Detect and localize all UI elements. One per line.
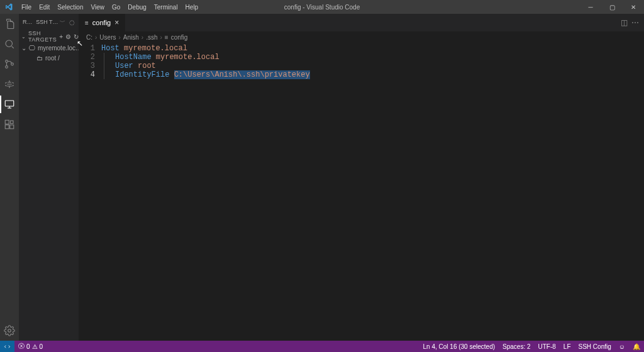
remote-target-dropdown[interactable]: SSH T… ﹀ (36, 18, 65, 26)
window-title: config - Visual Studio Code (284, 4, 360, 11)
monitor-icon: 🖵 (29, 45, 35, 52)
line-number-gutter: 1 2 3 4 (79, 44, 101, 341)
ssh-targets-label: SSH TARGETS (28, 30, 57, 43)
file-icon: ≡ (165, 34, 169, 41)
status-encoding[interactable]: UTF-8 (535, 343, 560, 350)
menu-view[interactable]: View (87, 2, 109, 13)
svg-point-1 (6, 60, 8, 63)
remote-explorer-sidebar: REMOT… SSH T… ﹀ ◌ ⌄ SSH TARGETS + ⚙ ↻ ⌄ … (19, 14, 79, 341)
breadcrumb-segment[interactable]: Anish (123, 34, 139, 41)
breadcrumbs[interactable]: C:› Users› Anish› .ssh› ≡ config (79, 31, 644, 43)
status-bar: ⓧ0 ⚠0 Ln 4, Col 16 (30 selected) Spaces:… (0, 341, 644, 352)
status-problems[interactable]: ⓧ0 ⚠0 (14, 341, 47, 352)
settings-gear-icon[interactable] (0, 321, 19, 341)
breadcrumb-segment[interactable]: C: (86, 34, 92, 41)
status-cursor-position[interactable]: Ln 4, Col 16 (30 selected) (419, 343, 499, 350)
svg-rect-4 (5, 101, 14, 106)
breadcrumb-segment[interactable]: .ssh (146, 34, 157, 41)
debug-icon[interactable] (0, 74, 19, 94)
svg-rect-7 (10, 125, 14, 129)
minimize-button[interactable]: ─ (580, 0, 601, 14)
warning-icon: ⚠ (32, 343, 38, 350)
vscode-logo-icon (4, 2, 14, 12)
sidebar-help-icon[interactable]: ◌ (69, 19, 75, 26)
code-content[interactable]: Host myremote.local HostName myremote.lo… (101, 44, 310, 341)
svg-point-3 (11, 63, 14, 65)
ssh-host-child[interactable]: 🗀 root / (19, 53, 79, 63)
activity-bar (0, 14, 19, 341)
explorer-icon[interactable] (0, 14, 19, 34)
maximize-button[interactable]: ▢ (601, 0, 623, 14)
breadcrumb-segment[interactable]: config (171, 34, 188, 41)
editor-tabs: ≡ config × ◫ ⋯ (79, 14, 644, 31)
more-actions-icon[interactable]: ⋯ (631, 18, 639, 27)
sidebar-title: REMOT… (23, 19, 32, 25)
menu-file[interactable]: File (18, 2, 35, 13)
svg-point-2 (6, 66, 8, 69)
status-indentation[interactable]: Spaces: 2 (499, 343, 534, 350)
code-editor[interactable]: 1 2 3 4 Host myremote.local HostName myr… (79, 43, 644, 341)
menu-edit[interactable]: Edit (35, 2, 53, 13)
chevron-down-icon: ⌄ (21, 34, 26, 40)
svg-point-9 (8, 329, 11, 333)
menu-go[interactable]: Go (108, 2, 124, 13)
status-eol[interactable]: LF (560, 343, 575, 350)
menu-selection[interactable]: Selection (53, 2, 87, 13)
remote-explorer-icon[interactable] (0, 94, 19, 114)
add-ssh-target-icon[interactable]: + (59, 33, 63, 40)
ssh-host-item[interactable]: ⌄ 🖵 myremote.loc… (19, 43, 79, 53)
breadcrumb-segment[interactable]: Users (99, 34, 116, 41)
configure-ssh-icon[interactable]: ⚙ (65, 33, 71, 40)
menu-bar: File Edit Selection View Go Debug Termin… (18, 2, 202, 13)
selected-text: C:\Users\Anish\.ssh\privatekey (174, 70, 310, 79)
status-notifications-icon[interactable]: 🔔 (629, 343, 644, 350)
tab-label: config (92, 19, 111, 26)
error-icon: ⓧ (18, 342, 25, 351)
source-control-icon[interactable] (0, 54, 19, 74)
svg-rect-8 (11, 121, 14, 124)
close-tab-icon[interactable]: × (114, 18, 119, 27)
file-icon: ≡ (85, 19, 89, 26)
title-bar: File Edit Selection View Go Debug Termin… (0, 0, 644, 14)
editor-area: ≡ config × ◫ ⋯ C:› Users› Anish› .ssh› ≡… (79, 14, 644, 341)
folder-icon: 🗀 (36, 55, 43, 62)
svg-point-0 (6, 40, 13, 47)
ssh-host-child-label: root / (45, 55, 60, 62)
split-editor-icon[interactable]: ◫ (621, 18, 628, 27)
menu-terminal[interactable]: Terminal (150, 2, 182, 13)
menu-debug[interactable]: Debug (124, 2, 150, 13)
ssh-host-label: myremote.loc… (38, 45, 79, 52)
extensions-icon[interactable] (0, 114, 19, 135)
status-language-mode[interactable]: SSH Config (575, 343, 615, 350)
ssh-targets-header[interactable]: ⌄ SSH TARGETS + ⚙ ↻ (19, 30, 79, 43)
svg-rect-5 (5, 120, 9, 124)
close-button[interactable]: ✕ (623, 0, 644, 14)
svg-rect-6 (5, 125, 9, 129)
search-icon[interactable] (0, 34, 19, 54)
chevron-down-icon: ⌄ (21, 45, 26, 52)
remote-indicator[interactable] (0, 341, 14, 352)
tab-config[interactable]: ≡ config × (79, 14, 126, 31)
menu-help[interactable]: Help (182, 2, 203, 13)
status-feedback-icon[interactable]: ☺ (615, 343, 629, 350)
refresh-icon[interactable]: ↻ (74, 33, 79, 40)
